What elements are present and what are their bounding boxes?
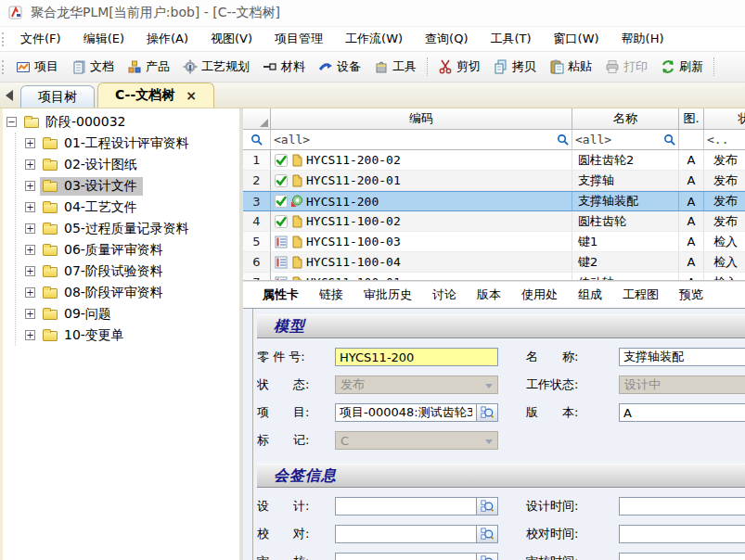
expand-icon[interactable] bbox=[25, 159, 35, 170]
select-all-corner[interactable] bbox=[243, 108, 271, 130]
toolbar-equipment-label: 设备 bbox=[337, 58, 361, 75]
tree-item-root[interactable]: 阶段-000032 bbox=[6, 111, 239, 133]
expand-icon[interactable] bbox=[25, 266, 35, 276]
design-time-field[interactable] bbox=[619, 497, 745, 515]
expand-icon[interactable] bbox=[25, 309, 35, 319]
table-row-3-selected[interactable]: 3 HYCS11-200 支撑轴装配 A 发布 bbox=[243, 191, 745, 211]
toolbar-project-button[interactable]: 项目 bbox=[9, 56, 65, 78]
column-header-drawing[interactable]: 图. bbox=[679, 108, 704, 130]
menu-project-mgmt[interactable]: 项目管理 bbox=[263, 31, 334, 47]
column-header-status[interactable]: 状态 bbox=[704, 108, 745, 130]
tree-item-04[interactable]: 04-工艺文件 bbox=[16, 197, 239, 218]
tab-close-icon[interactable]: × bbox=[186, 88, 197, 103]
column-header-name[interactable]: 名称 bbox=[572, 108, 679, 130]
filter-status[interactable]: <.. bbox=[704, 130, 745, 150]
table-row-6[interactable]: 6 HYCS11-100-04 键2 A 检入 bbox=[243, 252, 745, 273]
toolbar-tools-button[interactable]: 工具 bbox=[367, 56, 423, 78]
expand-icon[interactable] bbox=[25, 287, 35, 298]
project-lookup-button[interactable] bbox=[476, 403, 498, 422]
expand-icon[interactable] bbox=[25, 138, 35, 148]
folder-tree-panel: 阶段-000032 01-工程设计评审资料 02-设计图纸 03-设计文件 bbox=[3, 108, 239, 560]
auditor-lookup-button[interactable] bbox=[476, 553, 498, 560]
filter-drawing[interactable] bbox=[679, 130, 704, 150]
tab-approval-history[interactable]: 审批历史 bbox=[353, 286, 422, 303]
part-number-label: 零 件 号: bbox=[257, 349, 335, 365]
tree-item-03[interactable]: 03-设计文件 bbox=[16, 175, 239, 197]
table-row-2[interactable]: 2 HYCS11-200-01 支撑轴 A 发布 bbox=[243, 171, 745, 191]
menu-tools[interactable]: 工具(T) bbox=[479, 31, 542, 47]
part-number-field[interactable] bbox=[335, 348, 498, 366]
tree-item-05[interactable]: 05-过程质量记录资料 bbox=[16, 218, 239, 239]
toolbar-equipment-button[interactable]: 设备 bbox=[312, 56, 367, 78]
folder-icon bbox=[43, 182, 58, 192]
expand-icon[interactable] bbox=[25, 181, 35, 191]
menu-view[interactable]: 视图(V) bbox=[199, 31, 263, 47]
filter-code[interactable]: <all> bbox=[271, 130, 572, 150]
toolbar-document-button[interactable]: 文档 bbox=[65, 56, 121, 78]
expand-icon[interactable] bbox=[25, 202, 35, 212]
auditor-field[interactable] bbox=[335, 553, 476, 560]
table-filter-row: <all> <all> <.. bbox=[243, 130, 745, 150]
tree-item-08[interactable]: 08-阶段评审资料 bbox=[16, 282, 239, 303]
table-row-5[interactable]: 5 HYCS11-100-03 键1 A 检入 bbox=[243, 232, 745, 252]
toolbar-refresh-button[interactable]: 刷新 bbox=[654, 56, 710, 78]
tab-discussion[interactable]: 讨论 bbox=[422, 286, 467, 303]
tree-item-02[interactable]: 02-设计图纸 bbox=[16, 154, 239, 175]
collapse-icon[interactable] bbox=[6, 117, 17, 127]
copy-icon bbox=[494, 59, 508, 74]
designer-field[interactable] bbox=[335, 497, 476, 515]
expand-icon[interactable] bbox=[25, 245, 35, 255]
auditor-label: 审 核: bbox=[257, 554, 335, 560]
column-header-code[interactable]: 编码 bbox=[271, 108, 572, 130]
magnifier-icon bbox=[250, 134, 263, 146]
tab-composition[interactable]: 组成 bbox=[568, 286, 612, 303]
tree-item-09[interactable]: 09-问题 bbox=[16, 303, 239, 325]
menu-action[interactable]: 操作(A) bbox=[135, 31, 199, 47]
table-row-4[interactable]: 4 HYCS11-100-02 圆柱齿轮 A 发布 bbox=[243, 211, 745, 232]
process-planning-icon bbox=[183, 59, 198, 74]
filter-name[interactable]: <all> bbox=[572, 130, 679, 150]
menu-edit[interactable]: 编辑(E) bbox=[72, 31, 135, 47]
equipment-icon bbox=[318, 59, 333, 74]
check-time-field[interactable] bbox=[619, 525, 745, 543]
checker-field[interactable] bbox=[335, 525, 476, 543]
table-row-1[interactable]: 1 HYCS11-200-02 圆柱齿轮2 A 发布 bbox=[243, 150, 745, 171]
toolbar-copy-button[interactable]: 拷贝 bbox=[487, 56, 543, 78]
menu-workflow[interactable]: 工作流(W) bbox=[334, 31, 414, 47]
tree-item-06[interactable]: 06-质量评审资料 bbox=[16, 239, 239, 261]
tab-engineering-drawing[interactable]: 工程图 bbox=[612, 286, 669, 303]
project-field[interactable] bbox=[335, 403, 476, 422]
name-field[interactable] bbox=[619, 348, 745, 366]
tab-links[interactable]: 链接 bbox=[309, 286, 353, 303]
expand-icon[interactable] bbox=[25, 223, 35, 234]
toolbar-material-button[interactable]: 材料 bbox=[256, 56, 312, 78]
menu-file[interactable]: 文件(F) bbox=[9, 31, 72, 47]
tab-versions[interactable]: 版本 bbox=[467, 286, 511, 303]
filter-cell[interactable] bbox=[243, 130, 271, 150]
tab-project-tree[interactable]: 项目树 bbox=[20, 85, 95, 108]
folder-icon bbox=[43, 310, 58, 320]
toolbar-cut-button[interactable]: 剪切 bbox=[431, 56, 487, 78]
tab-where-used[interactable]: 使用处 bbox=[511, 286, 568, 303]
tree-item-10[interactable]: 10-变更单 bbox=[16, 325, 239, 346]
tab-preview[interactable]: 预览 bbox=[669, 286, 713, 303]
version-field[interactable] bbox=[619, 403, 745, 422]
checker-lookup-button[interactable] bbox=[476, 525, 498, 543]
toolbar-print-button[interactable]: 打印 bbox=[598, 56, 654, 78]
toolbar-paste-button[interactable]: 粘贴 bbox=[543, 56, 598, 78]
tree-item-07[interactable]: 07-阶段试验资料 bbox=[16, 261, 239, 282]
expand-icon[interactable] bbox=[25, 330, 35, 340]
toolbar-process-planning-button[interactable]: 工艺规划 bbox=[176, 56, 256, 78]
toolbar-product-button[interactable]: 产品 bbox=[121, 56, 176, 78]
tree-item-01[interactable]: 01-工程设计评审资料 bbox=[16, 133, 239, 154]
menu-window[interactable]: 窗口(W) bbox=[543, 31, 610, 47]
tab-attribute-card[interactable]: 属性卡 bbox=[252, 286, 309, 303]
audit-time-field[interactable] bbox=[619, 553, 745, 560]
menu-query[interactable]: 查询(Q) bbox=[414, 31, 479, 47]
designer-lookup-button[interactable] bbox=[476, 497, 498, 515]
checked-out-icon bbox=[275, 174, 288, 187]
menu-help[interactable]: 帮助(H) bbox=[610, 31, 675, 47]
tab-doc-tree[interactable]: C--文档树 × bbox=[97, 83, 214, 108]
tab-scroll-left-icon[interactable] bbox=[6, 90, 13, 101]
table-row-7[interactable]: 7 HYCS11-100-01 传动轴 A 检入 bbox=[243, 273, 745, 281]
